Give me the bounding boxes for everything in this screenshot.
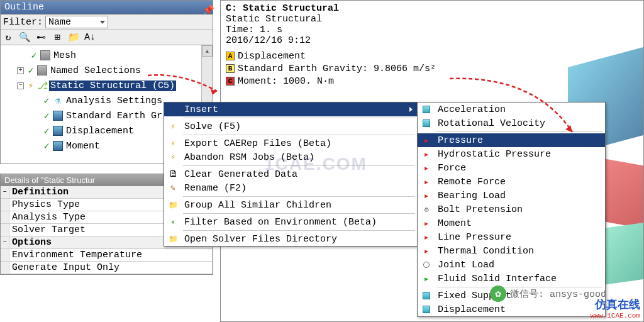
tree-item-mesh[interactable]: ✓ Mesh <box>2 48 211 63</box>
support-icon <box>420 290 433 301</box>
tree-item-named-selections[interactable]: + ✓ Named Selections <box>2 63 211 78</box>
menu-rotational-velocity[interactable]: Rotational Velocity <box>418 116 605 130</box>
folder-icon[interactable]: 📁 <box>69 33 79 43</box>
legend-label-b: Standard Earth Gravity: 9.8066 m/s² <box>238 64 436 74</box>
refresh-icon[interactable]: ↻ <box>3 33 13 43</box>
menu-fluid-solid[interactable]: ▸Fluid Solid Interface <box>418 272 605 286</box>
collapse-icon[interactable]: ⊞ <box>52 33 62 43</box>
filter-select[interactable]: Name <box>45 16 108 28</box>
tree-label-named-selections: Named Selections <box>49 65 142 76</box>
moment-icon: ▸ <box>420 218 433 229</box>
sort-icon[interactable]: A↓ <box>85 33 95 43</box>
menu-insert[interactable]: Insert <box>164 103 418 116</box>
menu-label: Thermal Condition <box>438 246 600 257</box>
bolt-icon: ⚡ <box>26 81 35 90</box>
watermark: 1CAE.COM <box>264 154 367 174</box>
gravity-icon <box>53 111 63 121</box>
menu-displacement[interactable]: Displacement <box>418 303 605 316</box>
context-menu-main: Insert Solve (F5) Export CAERep Files (B… <box>164 102 418 247</box>
check-icon: ✓ <box>42 142 51 150</box>
menu-label: Rotational Velocity <box>438 118 600 129</box>
menu-joint-load[interactable]: Joint Load <box>418 258 605 272</box>
menu-line-pressure[interactable]: ▸Line Pressure <box>418 230 605 244</box>
menu-open-solver[interactable]: Open Solver Files Directory <box>164 232 418 246</box>
legend-label-a: Displacement <box>238 51 306 62</box>
tree-label-static-structural: Static Structural (C5) <box>49 80 176 91</box>
menu-label: Pressure <box>438 135 600 146</box>
displacement-icon <box>420 304 433 315</box>
menu-pressure[interactable]: ▸Pressure <box>418 133 605 147</box>
collapse-minus-icon[interactable]: − <box>1 186 9 198</box>
menu-solve[interactable]: Solve (F5) <box>164 119 418 133</box>
force-icon: ▸ <box>420 176 433 187</box>
folder-icon <box>167 233 179 245</box>
expand-plus-icon[interactable]: + <box>17 67 24 74</box>
tree-item-static-structural[interactable]: − ⚡ ⎇ Static Structural (C5) <box>2 78 211 93</box>
menu-label: Insert <box>184 104 409 115</box>
bolt-icon <box>167 121 179 132</box>
expand-icon[interactable]: ⊷ <box>36 33 46 43</box>
filter-row: Filter: Name <box>1 14 213 30</box>
wechat-badge: ✿ 微信号: ansys-good <box>490 286 606 302</box>
menu-label: Fluid Solid Interface <box>438 274 600 284</box>
menu-remote-force[interactable]: ▸Remote Force <box>418 175 605 189</box>
cube-icon <box>420 118 433 129</box>
menu-acceleration[interactable]: Acceleration <box>418 103 605 116</box>
menu-separator <box>183 230 415 231</box>
menu-rename[interactable]: Rename (F2) <box>164 181 418 195</box>
context-submenu-insert: Acceleration Rotational Velocity ▸Pressu… <box>417 102 606 317</box>
bolt-icon <box>420 204 433 215</box>
thermal-icon: ▸ <box>420 245 433 257</box>
legend-box-b: B <box>226 64 235 73</box>
menu-separator <box>436 131 602 132</box>
menu-label: Joint Load <box>438 260 600 270</box>
menu-thermal[interactable]: ▸Thermal Condition <box>418 244 605 258</box>
brand-name: 仿真在线 <box>591 297 640 312</box>
chevron-down-icon <box>100 21 105 24</box>
menu-separator <box>183 196 415 197</box>
tree-label-analysis-settings: Analysis Settings <box>65 96 164 106</box>
menu-moment[interactable]: ▸Moment <box>418 216 605 230</box>
menu-label: Displacement <box>438 304 600 315</box>
menu-label: Open Solver Files Directory <box>184 234 413 245</box>
menu-group-children[interactable]: Group All Similar Children <box>164 198 418 212</box>
menu-label: Bolt Pretension <box>438 204 600 215</box>
menu-force[interactable]: ▸Force <box>418 161 605 175</box>
force-icon: ▸ <box>420 162 433 174</box>
clear-icon: 🗎 <box>167 169 179 180</box>
pressure-icon: ▸ <box>420 148 433 160</box>
tree-label-displacement: Displacement <box>65 126 135 136</box>
menu-filter-env[interactable]: Filter Based on Environment (Beta) <box>164 215 418 229</box>
bolt-icon <box>167 138 179 149</box>
check-icon: ✓ <box>42 126 51 135</box>
prop-env-temp[interactable]: Environment Temperature <box>1 249 213 262</box>
prop-label: Environment Temperature <box>9 249 213 261</box>
analysis-title: C: Static Structural <box>226 3 638 14</box>
menu-label: Rename (F2) <box>184 183 413 194</box>
wechat-icon: ✿ <box>490 286 506 302</box>
pressure-icon: ▸ <box>420 231 433 243</box>
analysis-subtitle: Static Structural <box>226 14 638 25</box>
scroll-up-icon[interactable]: ▲ <box>202 45 213 57</box>
collapse-minus-icon[interactable]: − <box>1 236 9 248</box>
prop-gen-input[interactable]: Generate Input Only <box>1 262 213 274</box>
tree-label-moment: Moment <box>65 141 101 152</box>
menu-bolt-pretension[interactable]: Bolt Pretension <box>418 203 605 216</box>
check-icon: ✓ <box>42 111 51 120</box>
filter-icon <box>167 216 179 228</box>
blank-icon <box>167 104 179 115</box>
legend-box-c: C <box>226 77 235 86</box>
menu-hydrostatic-pressure[interactable]: ▸Hydrostatic Pressure <box>418 147 605 161</box>
menu-label: Remote Force <box>438 177 600 187</box>
pin-icon[interactable]: 📌 <box>203 4 209 11</box>
menu-bearing-load[interactable]: ▸Bearing Load <box>418 189 605 203</box>
moment-icon <box>53 141 63 151</box>
menu-export-caerep[interactable]: Export CAERep Files (Beta) <box>164 136 418 150</box>
brand-watermark: 仿真在线 www.1CAE.com <box>591 297 640 319</box>
menu-separator <box>183 135 415 135</box>
search-icon[interactable]: 🔍 <box>19 33 30 43</box>
joint-icon <box>420 259 433 270</box>
legend-box-a: A <box>226 52 235 60</box>
menu-separator <box>183 118 415 118</box>
expand-minus-icon[interactable]: − <box>17 82 24 89</box>
